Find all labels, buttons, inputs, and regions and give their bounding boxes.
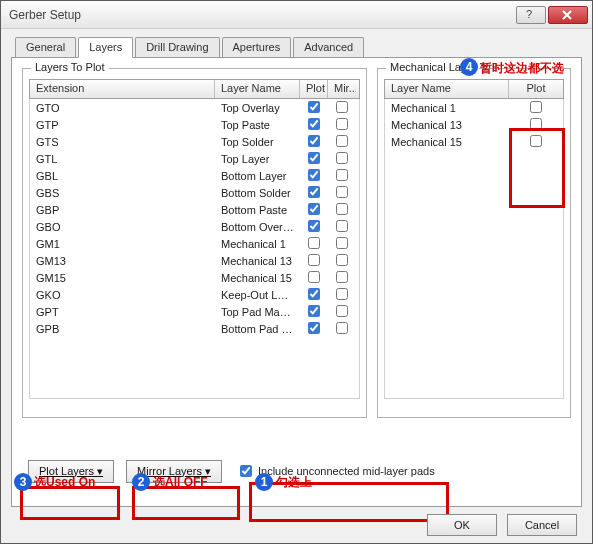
table-row[interactable]: GBLBottom Layer xyxy=(30,167,359,184)
mirror-checkbox[interactable] xyxy=(336,254,348,266)
plot-checkbox[interactable] xyxy=(308,152,320,164)
plot-checkbox[interactable] xyxy=(308,169,320,181)
right-table-header: Layer Name Plot xyxy=(384,79,564,99)
plot-checkbox[interactable] xyxy=(308,254,320,266)
table-row[interactable]: GPTTop Pad Master xyxy=(30,303,359,320)
cell-extension: GPB xyxy=(30,323,215,335)
table-row[interactable]: Mechanical 13 xyxy=(385,116,563,133)
col-plot[interactable]: Plot xyxy=(300,80,328,98)
col-mirror[interactable]: Mir... xyxy=(328,80,356,98)
ok-button[interactable]: OK xyxy=(427,514,497,536)
cell-layer-name: Top Pad Master xyxy=(215,306,300,318)
right-table-body: Mechanical 1Mechanical 13Mechanical 15 xyxy=(384,99,564,399)
mech-plot-checkbox[interactable] xyxy=(530,135,542,147)
include-unconnected-checkbox[interactable] xyxy=(240,465,252,477)
cell-mech-plot xyxy=(509,135,563,149)
cell-mirror xyxy=(328,169,356,183)
table-row[interactable]: GKOKeep-Out Layer xyxy=(30,286,359,303)
mirror-checkbox[interactable] xyxy=(336,237,348,249)
cell-layer-name: Top Solder xyxy=(215,136,300,148)
plot-checkbox[interactable] xyxy=(308,203,320,215)
mirror-checkbox[interactable] xyxy=(336,305,348,317)
plot-checkbox[interactable] xyxy=(308,237,320,249)
annotation-circle-3: 3 xyxy=(14,473,32,491)
help-button[interactable]: ? xyxy=(516,6,546,24)
cancel-button[interactable]: Cancel xyxy=(507,514,577,536)
tab-advanced[interactable]: Advanced xyxy=(293,37,364,58)
dialog-footer: OK Cancel xyxy=(427,514,577,536)
window-title: Gerber Setup xyxy=(9,8,514,22)
mirror-checkbox[interactable] xyxy=(336,271,348,283)
cell-mirror xyxy=(328,271,356,285)
tab-apertures[interactable]: Apertures xyxy=(222,37,292,58)
table-row[interactable]: GTSTop Solder xyxy=(30,133,359,150)
tab-drill-drawing[interactable]: Drill Drawing xyxy=(135,37,219,58)
mirror-checkbox[interactable] xyxy=(336,101,348,113)
cell-plot xyxy=(300,254,328,268)
plot-checkbox[interactable] xyxy=(308,186,320,198)
tab-body: Layers To Plot Extension Layer Name Plot… xyxy=(11,57,582,507)
plot-checkbox[interactable] xyxy=(308,288,320,300)
cell-layer-name: Mechanical 13 xyxy=(215,255,300,267)
tab-layers[interactable]: Layers xyxy=(78,37,133,58)
table-row[interactable]: GM13Mechanical 13 xyxy=(30,252,359,269)
table-row[interactable]: GBPBottom Paste xyxy=(30,201,359,218)
table-row[interactable]: Mechanical 1 xyxy=(385,99,563,116)
cell-layer-name: Top Layer xyxy=(215,153,300,165)
cell-plot xyxy=(300,118,328,132)
layers-to-plot-group: Layers To Plot Extension Layer Name Plot… xyxy=(22,68,367,418)
mech-plot-checkbox[interactable] xyxy=(530,101,542,113)
cell-mirror xyxy=(328,203,356,217)
plot-checkbox[interactable] xyxy=(308,322,320,334)
mirror-checkbox[interactable] xyxy=(336,322,348,334)
cell-extension: GM1 xyxy=(30,238,215,250)
mirror-checkbox[interactable] xyxy=(336,203,348,215)
close-button[interactable] xyxy=(548,6,588,24)
annotation-text-3: 选Used On xyxy=(34,474,95,491)
plot-checkbox[interactable] xyxy=(308,220,320,232)
annotation-circle-2: 2 xyxy=(132,473,150,491)
cell-extension: GBP xyxy=(30,204,215,216)
cell-mirror xyxy=(328,220,356,234)
table-row[interactable]: GM1Mechanical 1 xyxy=(30,235,359,252)
table-row[interactable]: GPBBottom Pad Master xyxy=(30,320,359,337)
col-mech-layer-name[interactable]: Layer Name xyxy=(385,80,509,98)
mech-plot-checkbox[interactable] xyxy=(530,118,542,130)
client-area: General Layers Drill Drawing Apertures A… xyxy=(1,29,592,515)
table-row[interactable]: GTLTop Layer xyxy=(30,150,359,167)
cell-extension: GKO xyxy=(30,289,215,301)
table-row[interactable]: GTPTop Paste xyxy=(30,116,359,133)
col-layer-name[interactable]: Layer Name xyxy=(215,80,300,98)
table-row[interactable]: GM15Mechanical 15 xyxy=(30,269,359,286)
mirror-checkbox[interactable] xyxy=(336,152,348,164)
annotation-text-1: 勾选上 xyxy=(276,474,312,491)
cell-plot xyxy=(300,135,328,149)
mirror-checkbox[interactable] xyxy=(336,288,348,300)
table-row[interactable]: GBSBottom Solder xyxy=(30,184,359,201)
cell-mirror xyxy=(328,254,356,268)
cell-extension: GTL xyxy=(30,153,215,165)
cell-extension: GM15 xyxy=(30,272,215,284)
mechanical-layers-group: Mechanical Lay... Layer Name Plot Mechan… xyxy=(377,68,571,418)
cell-mech-plot xyxy=(509,101,563,115)
col-mech-plot[interactable]: Plot xyxy=(509,80,563,98)
cell-layer-name: Mechanical 15 xyxy=(215,272,300,284)
mirror-checkbox[interactable] xyxy=(336,186,348,198)
table-row[interactable]: GBOBottom Overlay xyxy=(30,218,359,235)
plot-checkbox[interactable] xyxy=(308,101,320,113)
plot-checkbox[interactable] xyxy=(308,135,320,147)
tab-general[interactable]: General xyxy=(15,37,76,58)
table-row[interactable]: GTOTop Overlay xyxy=(30,99,359,116)
table-row[interactable]: Mechanical 15 xyxy=(385,133,563,150)
plot-checkbox[interactable] xyxy=(308,118,320,130)
plot-checkbox[interactable] xyxy=(308,305,320,317)
mirror-checkbox[interactable] xyxy=(336,135,348,147)
plot-checkbox[interactable] xyxy=(308,271,320,283)
mirror-checkbox[interactable] xyxy=(336,118,348,130)
col-extension[interactable]: Extension xyxy=(30,80,215,98)
mirror-checkbox[interactable] xyxy=(336,169,348,181)
cell-mirror xyxy=(328,322,356,336)
cell-mirror xyxy=(328,118,356,132)
cell-layer-name: Top Overlay xyxy=(215,102,300,114)
mirror-checkbox[interactable] xyxy=(336,220,348,232)
